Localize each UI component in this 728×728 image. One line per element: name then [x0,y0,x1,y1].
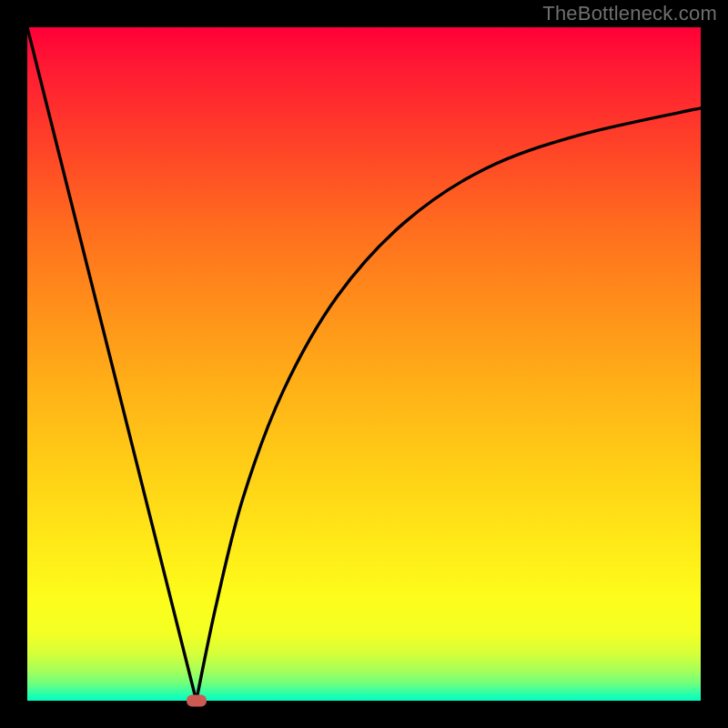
plot-area [27,27,701,701]
optimal-point-marker [187,695,207,707]
chart-frame: TheBottleneck.com [0,0,728,728]
curve-layer [27,27,701,701]
watermark-text: TheBottleneck.com [542,2,717,25]
bottleneck-curve [27,27,701,701]
